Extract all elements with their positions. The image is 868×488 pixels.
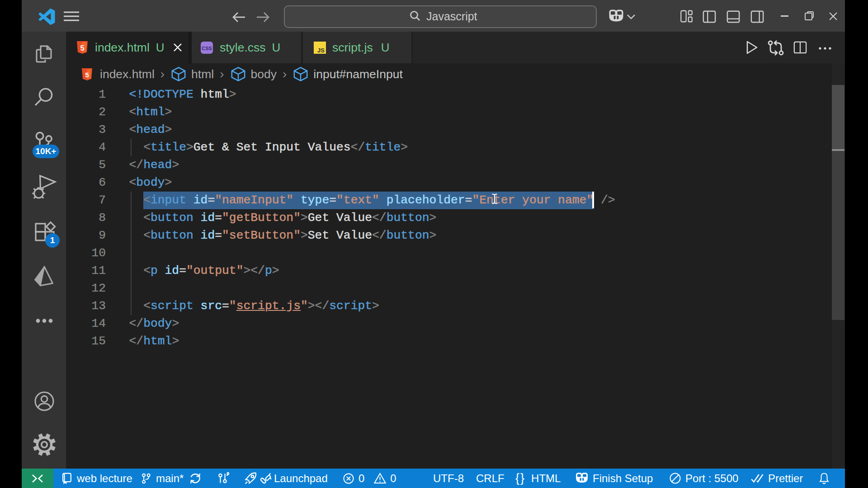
- svg-text:5: 5: [85, 70, 89, 78]
- svg-text:CSS: CSS: [202, 45, 212, 51]
- svg-text:JS: JS: [317, 47, 325, 54]
- svg-text:5: 5: [80, 44, 85, 52]
